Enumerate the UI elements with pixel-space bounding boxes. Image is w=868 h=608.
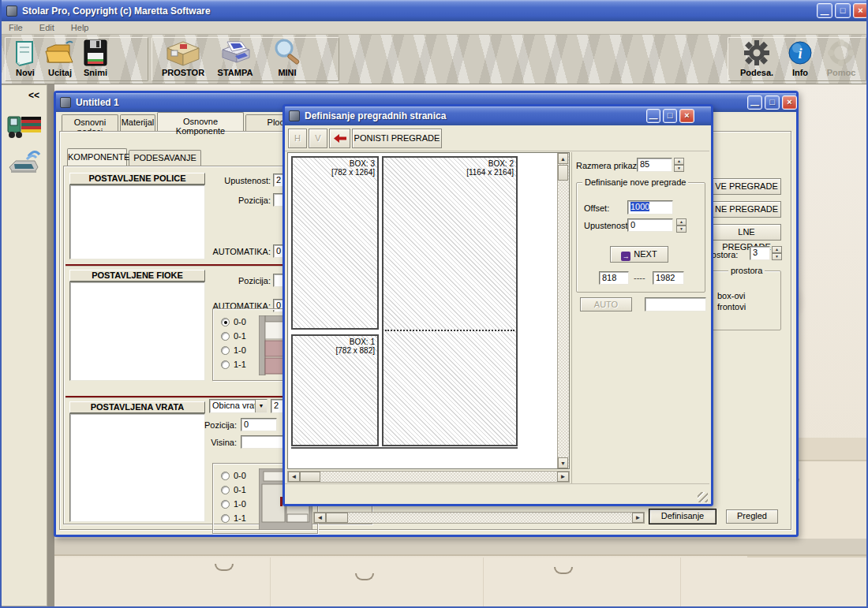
ukloni-pregrade-button[interactable]: NE PREGRADE: [712, 201, 781, 218]
dropdown-arrow-icon[interactable]: ▼: [255, 400, 267, 412]
menu-edit[interactable]: Edit: [32, 21, 62, 34]
vrata-listbox[interactable]: [69, 413, 205, 522]
fioke-radio-1-0[interactable]: 1-0: [221, 345, 246, 355]
forklift-icon[interactable]: [6, 110, 43, 144]
vrata-pozicija-field[interactable]: 0: [241, 418, 277, 431]
sidebar: <<: [2, 84, 47, 606]
app-maximize-button[interactable]: □: [835, 3, 851, 18]
horizontal-split-button[interactable]: H: [288, 129, 307, 148]
prostor-button[interactable]: PROSTOR: [158, 39, 208, 77]
kitchen-cabinets-bottom: [54, 558, 866, 606]
next-arrow-icon: →: [621, 252, 630, 261]
application-window: Stolar Pro, Copyright (c) Maretta Softwa…: [0, 0, 868, 608]
pomoc-button[interactable]: Pomoc: [821, 39, 862, 77]
box-1[interactable]: BOX: 1[782 x 882]: [291, 334, 379, 446]
app-icon: [6, 6, 17, 17]
prostora-spinner[interactable]: ▲▼: [772, 246, 782, 260]
tab-osnovni-podaci[interactable]: Osnovni podaci: [62, 114, 118, 131]
printer-icon: [211, 39, 259, 67]
vrata-radio-1-0[interactable]: 1-0: [221, 499, 246, 509]
vertikalne-pregrade-button[interactable]: LNE PREGRADE: [712, 224, 781, 241]
main-horizontal-scrollbar[interactable]: ◄ ►: [313, 512, 645, 524]
menu-file[interactable]: File: [2, 21, 30, 34]
ucitaj-button[interactable]: Ucitaj: [43, 39, 77, 77]
app-title: Stolar Pro, Copyright (c) Maretta Softwa…: [22, 6, 211, 17]
tab-osnovne-komponente[interactable]: Osnovne Komponente: [157, 112, 244, 131]
box-2[interactable]: BOX: 2[1164 x 2164]: [382, 156, 518, 446]
hscroll-right-arrow[interactable]: ►: [632, 513, 644, 523]
app-close-button[interactable]: ×: [853, 3, 868, 18]
untitled-title: Untitled 1: [76, 97, 119, 108]
auto-button[interactable]: AUTO: [580, 297, 632, 311]
pregled-button[interactable]: Pregled: [726, 509, 778, 524]
vrata-radio-1-1[interactable]: 1-1: [221, 513, 246, 523]
tab-materijal[interactable]: Materijal: [120, 114, 155, 131]
next-button[interactable]: →NEXT: [610, 246, 668, 263]
podesa-button[interactable]: Podesa.: [734, 39, 780, 77]
untitled-minimize-button[interactable]: —: [747, 95, 762, 110]
canvas-hscroll-thumb[interactable]: [300, 472, 320, 482]
prostora-group-title: prostora: [728, 266, 765, 275]
pregrade-dialog: Definisanje pregradnih stranica — □ × H …: [282, 104, 713, 506]
canvas-hscroll-left-arrow[interactable]: ◄: [288, 472, 300, 482]
definisanje-button[interactable]: Definisanje: [649, 509, 716, 524]
dialog-resize-grip[interactable]: [698, 492, 708, 502]
tab-komponente[interactable]: KOMPONENTE: [67, 148, 127, 166]
hscroll-left-arrow[interactable]: ◄: [314, 513, 326, 523]
vrata-type-dropdown[interactable]: Obicna vrata ▼: [209, 399, 268, 413]
app-titlebar: Stolar Pro, Copyright (c) Maretta Softwa…: [2, 0, 866, 21]
snimi-button[interactable]: Snimi: [79, 39, 112, 77]
police-upustenost-label: Upustenost:: [204, 176, 271, 185]
prostora-item-boxovi: box-ovi: [717, 291, 745, 300]
stampa-button[interactable]: STAMPA: [211, 39, 259, 77]
open-folder-icon: [43, 39, 77, 67]
fioke-radio-1-1[interactable]: 1-1: [221, 360, 246, 369]
dialog-upustenost-spinner[interactable]: ▲▼: [676, 218, 687, 233]
dialog-maximize-button[interactable]: □: [663, 109, 677, 123]
partition-canvas[interactable]: BOX: 3[782 x 1264] BOX: 2[1164 x 2164] B…: [287, 152, 570, 469]
razmera-field[interactable]: 85: [637, 158, 672, 172]
police-header: POSTAVLJENE POLICE: [69, 173, 205, 185]
range-from-field[interactable]: 818: [599, 271, 629, 285]
mini-button[interactable]: MINI: [267, 39, 308, 77]
sidebar-collapse-button[interactable]: <<: [24, 88, 43, 103]
menu-help[interactable]: Help: [64, 21, 96, 34]
vrata-header: POSTAVLJENA VRATA: [69, 401, 205, 413]
vscroll-down-arrow[interactable]: ▼: [558, 457, 568, 468]
dialog-minimize-button[interactable]: —: [646, 109, 660, 123]
prostora-field[interactable]: 3: [750, 246, 770, 260]
untitled-close-button[interactable]: ×: [782, 95, 797, 110]
vscroll-thumb[interactable]: [558, 165, 568, 181]
canvas-hscroll-right-arrow[interactable]: ►: [557, 472, 569, 482]
vscroll-up-arrow[interactable]: ▲: [558, 153, 568, 164]
novi-button[interactable]: Novi: [9, 39, 41, 77]
fioke-listbox[interactable]: [69, 282, 205, 381]
undo-partition-button[interactable]: [329, 129, 350, 148]
app-minimize-button[interactable]: —: [817, 3, 832, 18]
police-listbox[interactable]: [69, 185, 205, 259]
vrata-radio-0-1[interactable]: 0-1: [221, 485, 246, 494]
info-button[interactable]: i Info: [784, 39, 816, 77]
hscroll-thumb[interactable]: [326, 513, 348, 523]
fioke-radio-0-1[interactable]: 0-1: [221, 331, 246, 341]
nove-pregrade-button[interactable]: VE PREGRADE: [712, 178, 781, 195]
vertical-split-button[interactable]: V: [309, 129, 327, 148]
dialog-close-button[interactable]: ×: [679, 109, 694, 123]
canvas-vertical-scrollbar[interactable]: ▲ ▼: [557, 153, 569, 468]
scanner-icon[interactable]: [8, 147, 41, 177]
ponisti-pregrade-button[interactable]: PONISTI PREGRADE: [352, 129, 442, 148]
tab-podesavanje[interactable]: PODESAVANJE: [129, 150, 201, 166]
red-back-arrow-icon: [334, 134, 346, 146]
box-3[interactable]: BOX: 3[782 x 1264]: [291, 156, 379, 330]
dialog-upustenost-field[interactable]: 0: [627, 218, 673, 232]
vrata-radio-0-0[interactable]: 0-0: [221, 471, 246, 480]
offset-field[interactable]: 1000: [627, 200, 673, 214]
auto-field[interactable]: [645, 297, 706, 311]
razmera-spinner[interactable]: ▲▼: [674, 158, 684, 172]
gear-icon: [734, 39, 780, 67]
canvas-horizontal-scrollbar[interactable]: ◄ ►: [287, 471, 570, 483]
range-to-field[interactable]: 1982: [653, 271, 684, 285]
fioke-radio-0-0[interactable]: 0-0: [221, 317, 246, 326]
untitled-maximize-button[interactable]: □: [765, 95, 780, 110]
dialog-toolbar-divider: [285, 151, 709, 151]
